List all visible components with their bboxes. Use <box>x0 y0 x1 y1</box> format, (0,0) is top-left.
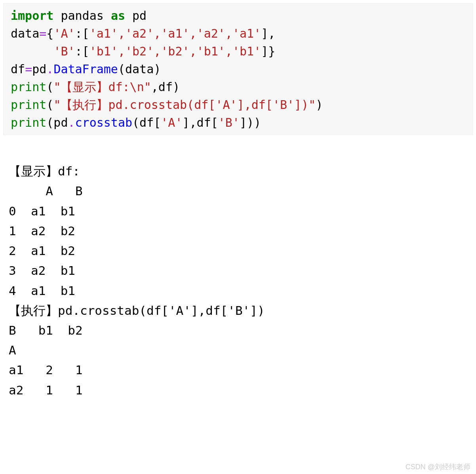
output-line: 2 a1 b2 <box>9 244 75 258</box>
args: (data) <box>118 62 161 76</box>
text: ],df[ <box>183 116 218 129</box>
indent <box>11 44 53 58</box>
brace: { <box>46 27 53 40</box>
func-dataframe: DataFrame <box>53 62 118 76</box>
punct: :[ <box>75 44 89 58</box>
paren: ( <box>46 80 53 94</box>
text: ])) <box>240 116 261 129</box>
code-line-7: print(pd.crosstab(df['A'],df['B'])) <box>11 114 465 131</box>
punct: ], <box>261 27 275 40</box>
code-line-2: data={'A':['a1','a2','a1','a2','a1'], <box>11 25 465 42</box>
output-line: 【显示】df: <box>9 164 80 178</box>
output-line: 3 a2 b1 <box>9 263 75 278</box>
paren: ( <box>46 98 53 112</box>
code-line-3: 'B':['b1','b2','b2','b1','b1']} <box>11 42 465 60</box>
output-line: a2 1 1 <box>9 383 83 397</box>
string-key-a: 'A' <box>53 27 75 40</box>
output-line: 0 a1 b1 <box>9 204 75 218</box>
paren: ) <box>316 98 323 112</box>
code-line-1: import pandas as pd <box>11 7 465 25</box>
code-line-5: print("【显示】df:\n",df) <box>11 78 465 96</box>
builtin-print: print <box>11 116 46 129</box>
string-exec: "【执行】pd.crosstab(df['A'],df['B'])" <box>53 98 316 112</box>
dot: . <box>46 62 53 76</box>
text: (pd <box>46 116 68 129</box>
keyword-import: import <box>11 9 53 23</box>
output-line: a1 2 1 <box>9 363 83 377</box>
string-key-b: 'B' <box>53 44 75 58</box>
var-df: df <box>11 62 25 76</box>
output-line: A B <box>9 184 83 198</box>
code-line-6: print("【执行】pd.crosstab(df['A'],df['B'])"… <box>11 96 465 114</box>
output-line: A <box>9 343 83 357</box>
string-a-vals: 'a1','a2','a1','a2','a1' <box>89 27 261 40</box>
output-block: 【显示】df: A B 0 a1 b1 1 a2 b2 2 a1 b2 3 a2… <box>0 138 476 403</box>
args: ,df) <box>151 80 180 94</box>
punct: ]} <box>261 44 275 58</box>
output-line: 4 a1 b1 <box>9 284 75 298</box>
operator-eq: = <box>25 62 32 76</box>
var-data: data <box>11 27 39 40</box>
keyword-as: as <box>111 9 125 23</box>
output-line: B b1 b2 <box>9 323 83 337</box>
builtin-print: print <box>11 80 46 94</box>
code-line-4: df=pd.DataFrame(data) <box>11 60 465 78</box>
string-b-vals: 'b1','b2','b2','b1','b1' <box>89 44 261 58</box>
punct: :[ <box>75 27 89 40</box>
func-crosstab: crosstab <box>75 116 133 129</box>
output-line: 【执行】pd.crosstab(df['A'],df['B']) <box>9 303 265 318</box>
operator-eq: = <box>39 27 46 40</box>
module-pd: pd <box>32 62 46 76</box>
text: (df[ <box>132 116 161 129</box>
dot: . <box>68 116 75 129</box>
string-display: "【显示】df:\n" <box>53 80 151 94</box>
string-a: 'A' <box>161 116 182 129</box>
string-b: 'B' <box>218 116 240 129</box>
text: pandas <box>53 9 111 23</box>
text: pd <box>125 9 147 23</box>
output-line: 1 a2 b2 <box>9 224 75 238</box>
code-block: import pandas as pd data={'A':['a1','a2'… <box>3 3 473 135</box>
builtin-print: print <box>11 98 46 112</box>
